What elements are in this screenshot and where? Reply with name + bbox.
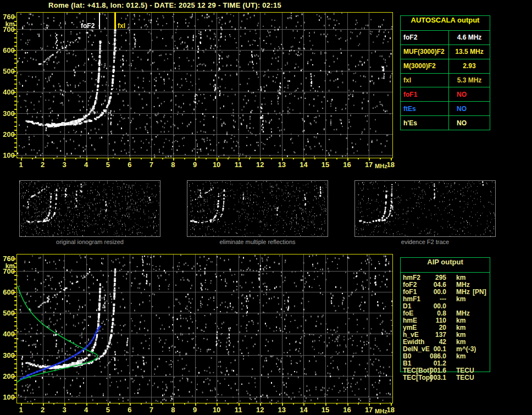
autoscala-table-rows: foF24.6 MHzMUF(3000)F213.5 MHzM(3000)F22…	[401, 31, 490, 130]
x-axis-tick-mark	[347, 158, 348, 161]
y-axis-unit-label: km	[0, 20, 15, 28]
ionogram-main: foF2 fxI	[16, 12, 393, 158]
autoscala-row-ftEs: ftEsNO	[401, 101, 490, 115]
y-axis-tick-mark	[14, 42, 16, 43]
x-axis-tick-mark	[293, 158, 294, 159]
y-axis-tick-mark	[14, 287, 16, 289]
autoscala-param-label: foF2	[401, 31, 448, 45]
x-axis-tick-label: 1	[14, 406, 28, 414]
x-axis-tick-mark	[130, 403, 131, 406]
x-axis-tick-mark	[249, 403, 250, 405]
y-axis-tick-mark	[14, 121, 16, 123]
x-axis-tick-mark	[282, 158, 283, 161]
x-axis-tick-mark	[303, 158, 304, 161]
x-axis-tick-label: 2	[36, 161, 50, 169]
x-axis-tick-mark	[369, 158, 370, 161]
aip-table-title: AIP output	[401, 258, 490, 273]
y-axis-tick-mark	[14, 389, 16, 390]
x-axis-tick-mark	[97, 158, 98, 159]
x-axis-tick-mark	[380, 158, 381, 159]
y-axis-tick-mark	[14, 263, 16, 264]
x-axis-tick-mark	[21, 403, 22, 406]
x-axis-tick-mark	[108, 403, 109, 406]
x-axis-tick-label: 2	[36, 406, 50, 414]
autoscala-param-value: NO	[448, 116, 490, 130]
x-axis-tick-mark	[293, 403, 294, 405]
x-axis-tick-mark	[141, 403, 142, 405]
autoscala-param-label: fxI	[401, 74, 448, 87]
x-axis-tick-mark	[358, 403, 359, 405]
y-axis-tick-mark	[14, 267, 16, 268]
x-axis-tick-mark	[86, 158, 87, 161]
x-axis-tick-mark	[249, 158, 250, 159]
y-axis-tick-mark	[14, 104, 16, 106]
x-axis-tick-mark	[43, 158, 44, 161]
x-axis-tick-label: 15	[318, 406, 332, 414]
x-axis-tick-mark	[75, 403, 76, 405]
x-axis-tick-mark	[162, 158, 163, 159]
x-axis-tick-mark	[184, 403, 185, 405]
y-axis-tick-mark	[13, 355, 16, 356]
y-axis-tick-mark	[14, 54, 16, 56]
x-axis-tick-label: 6	[123, 161, 137, 169]
x-axis-tick-mark	[336, 158, 337, 159]
x-axis-tick-mark	[32, 158, 33, 159]
y-axis-tick-mark	[14, 284, 16, 285]
x-axis-tick-mark	[271, 158, 272, 159]
x-axis-tick-label: 10	[209, 161, 224, 169]
thumbnail-original-ionogram	[19, 180, 160, 237]
x-axis-tick-mark	[369, 403, 370, 406]
y-axis-tick-mark	[14, 392, 16, 394]
y-axis-tick-mark	[13, 376, 16, 377]
y-axis-tick-mark	[14, 279, 16, 280]
autoscala-row-M(3000)F2: M(3000)F22.93	[401, 59, 490, 73]
y-axis-tick-mark	[14, 101, 16, 102]
y-axis-tick-mark	[13, 155, 16, 156]
y-axis-tick-mark	[14, 321, 16, 322]
x-axis-tick-label: 13	[275, 161, 289, 169]
y-axis-tick-mark	[14, 317, 16, 318]
x-axis-tick-label: 13	[275, 406, 289, 414]
y-axis-tick-mark	[14, 305, 16, 306]
y-axis-tick-mark	[14, 147, 16, 148]
y-axis-tick-mark	[13, 16, 16, 18]
fxI-marker-label: fxI	[118, 22, 125, 30]
x-axis-tick-label: 15	[318, 161, 332, 169]
x-axis-tick-mark	[43, 403, 44, 406]
x-axis-tick-mark	[130, 158, 131, 161]
aip-output-panel: AIP output hmF2295kmfoF204.6MHzfoF100.0M…	[400, 257, 490, 389]
x-axis-tick-label: 7	[144, 406, 158, 414]
y-axis-tick-mark	[14, 46, 16, 47]
thumbnail-no-multiples	[187, 180, 328, 237]
x-axis-tick-label: 4	[79, 161, 93, 169]
x-axis-tick-mark	[151, 158, 152, 161]
x-axis-tick-mark	[391, 158, 392, 161]
autoscala-row-fxI: fxI5.3 MHz	[401, 73, 490, 87]
y-axis-tick-mark	[13, 113, 16, 114]
x-axis-tick-mark	[195, 158, 196, 161]
autoscala-param-value: 4.6 MHz	[448, 31, 490, 45]
x-axis-tick-mark	[206, 403, 207, 405]
y-axis-tick-mark	[13, 258, 16, 259]
x-axis-tick-mark	[260, 158, 261, 161]
y-axis-tick-mark	[14, 338, 16, 339]
x-axis-unit-label: MHz	[375, 163, 387, 169]
x-axis-tick-mark	[75, 158, 76, 159]
y-axis-tick-mark	[13, 71, 16, 72]
thumbnail-f2-trace	[354, 180, 496, 237]
y-axis-tick-mark	[14, 372, 16, 373]
y-axis-tick-mark	[14, 96, 16, 97]
foF2-marker-label: foF2	[81, 22, 95, 30]
x-axis-tick-mark	[151, 403, 152, 406]
x-axis-tick-mark	[173, 158, 174, 161]
x-axis-tick-mark	[53, 158, 54, 159]
y-axis-tick-mark	[14, 359, 16, 360]
x-axis-tick-mark	[217, 158, 218, 161]
x-axis-tick-label: 12	[253, 406, 267, 414]
y-axis-tick-mark	[14, 138, 16, 139]
y-axis-tick-mark	[14, 384, 16, 385]
autoscala-param-label: foF1	[401, 87, 448, 101]
x-axis-tick-label: 16	[340, 161, 354, 169]
autoscala-table-title: AUTOSCALA output	[401, 16, 490, 31]
x-axis-tick-mark	[282, 403, 283, 406]
